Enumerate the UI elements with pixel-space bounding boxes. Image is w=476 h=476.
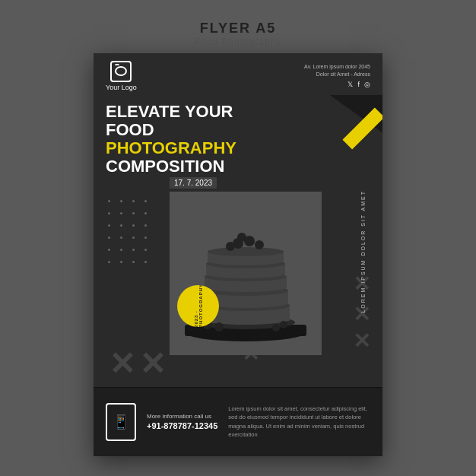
page-wrapper: FLYER A5 Food Photography Your Logo Av. … xyxy=(0,0,476,476)
dot xyxy=(144,212,147,214)
headline-line1: ELEVATE YOUR FOOD xyxy=(106,103,258,139)
circle-text: 2023 · PHOTOGRAPHY xyxy=(194,285,203,327)
dot xyxy=(120,212,122,214)
photo-frame xyxy=(170,192,322,355)
dot xyxy=(132,200,135,202)
dot xyxy=(108,236,110,239)
header-labels: FLYER A5 Food Photography xyxy=(195,21,282,47)
flyer: Your Logo Av. Lorem ipsum dolor 2045 Dol… xyxy=(94,53,382,456)
phone-icon: 📱 xyxy=(113,414,129,430)
headline: ELEVATE YOUR FOOD PHOTOGRAPHY COMPOSITIO… xyxy=(106,103,258,176)
dot xyxy=(120,224,122,227)
contact-info: More information call us +91-878787-1234… xyxy=(147,413,217,430)
dot xyxy=(132,261,135,263)
logo-text: Your Logo xyxy=(106,84,137,91)
camera-icon xyxy=(110,61,132,82)
address-line1: Av. Lorem ipsum dolor 2045 xyxy=(304,63,370,71)
dot-grid xyxy=(106,198,150,266)
svg-rect-28 xyxy=(170,192,322,355)
address-line2: Dolor sit Amet - Adress xyxy=(316,71,370,78)
x-mark-right3: ✕ xyxy=(353,331,370,352)
dot xyxy=(144,224,147,227)
top-bar: Your Logo Av. Lorem ipsum dolor 2045 Dol… xyxy=(94,53,382,99)
contact-label: More information call us xyxy=(147,413,217,420)
dot xyxy=(108,224,110,227)
yellow-circle: 2023 · PHOTOGRAPHY xyxy=(177,285,219,327)
dot xyxy=(132,212,135,214)
headline-line3: COMPOSITION xyxy=(106,157,258,176)
phone-icon-box: 📱 xyxy=(106,403,136,441)
social-icons: 𝕏 f ◎ xyxy=(347,81,370,88)
x-mark-bottom-left: ✕ xyxy=(109,348,135,380)
dot xyxy=(108,249,110,251)
x-mark-bottom-left2: ✕ xyxy=(139,348,166,380)
contact-number: +91-878787-12345 xyxy=(147,421,217,430)
dot xyxy=(144,249,147,251)
dot xyxy=(144,236,147,239)
dot xyxy=(144,200,147,202)
header-title: FLYER A5 xyxy=(195,21,282,36)
header-subtitle: Food Photography xyxy=(195,36,282,47)
dot xyxy=(120,200,122,202)
bottom-section: 📱 More information call us +91-878787-12… xyxy=(94,388,382,456)
dot xyxy=(132,224,135,227)
facebook-icon: f xyxy=(357,81,360,88)
contact-area: Av. Lorem ipsum dolor 2045 Dolor sit Ame… xyxy=(304,63,370,89)
pancake-svg xyxy=(170,192,322,355)
dot xyxy=(120,236,122,239)
dot xyxy=(108,200,110,202)
logo-area: Your Logo xyxy=(106,61,137,91)
vertical-text: LOREM IPSUM DOLOR SIT AMET xyxy=(360,190,366,313)
headline-line2: PHOTOGRAPHY xyxy=(106,139,258,157)
dot xyxy=(108,261,110,263)
dot xyxy=(132,249,135,251)
bottom-text: Lorem ipsum dolor sit amet, consectetur … xyxy=(228,405,370,439)
dot xyxy=(120,261,122,263)
twitter-icon: 𝕏 xyxy=(347,81,353,88)
photo-date: 17. 7. 2023 xyxy=(170,177,217,189)
instagram-icon: ◎ xyxy=(364,81,370,88)
dot xyxy=(120,249,122,251)
dot xyxy=(108,212,110,214)
dot xyxy=(132,236,135,239)
dot xyxy=(144,261,147,263)
